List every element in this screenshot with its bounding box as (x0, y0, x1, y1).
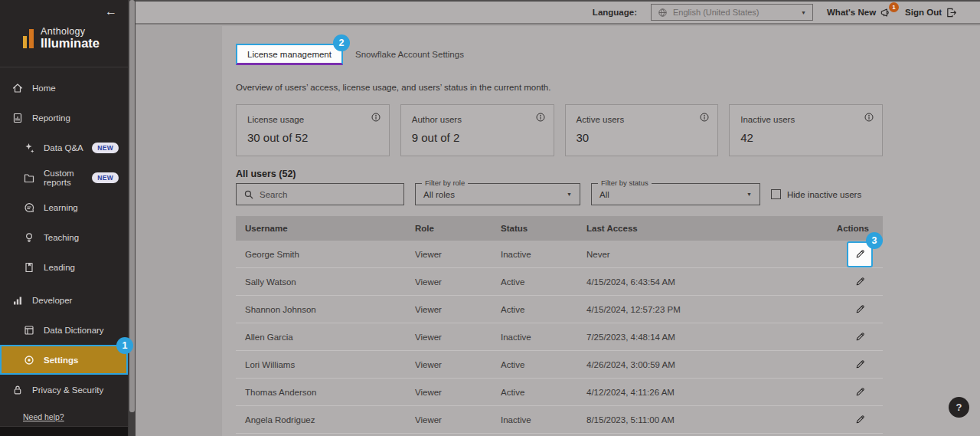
filter-by-role-select[interactable]: Filter by role All roles ▼ (415, 183, 580, 205)
whats-new-label: What's New (827, 8, 876, 17)
need-help-link[interactable]: Need help? (23, 412, 64, 421)
leading-icon (23, 261, 35, 274)
tab-license-management[interactable]: License management 2 (236, 44, 343, 65)
sidebar-item-teaching[interactable]: Teaching (0, 222, 128, 252)
logo-text-anthology: Anthology (41, 26, 100, 37)
cell-last-access: 7/25/2023, 4:48:14 AM (577, 333, 821, 342)
sidebar-item-privacy-security[interactable]: Privacy & Security (0, 375, 128, 405)
filter-by-status-value: All (599, 190, 746, 199)
edit-user-button[interactable] (854, 276, 866, 287)
whats-new-button[interactable]: What's New 1 (827, 7, 891, 18)
stat-cards: License usage 30 out of 52 Author users … (236, 104, 883, 156)
sign-out-icon (946, 7, 957, 18)
page-description: Overview of users’ access, license usage… (236, 82, 883, 93)
tab-snowflake-account-settings[interactable]: Snowflake Account Settings (355, 44, 464, 59)
sidebar-scrollbar[interactable] (129, 0, 136, 436)
sidebar-item-label: Custom reports (44, 169, 83, 187)
cell-username: Angela Rodriguez (236, 415, 406, 425)
filters-row: Filter by role All roles ▼ Filter by sta… (236, 183, 883, 205)
language-value: English (United States) (673, 8, 795, 17)
sidebar-item-label: Reporting (32, 113, 70, 123)
search-box (236, 183, 404, 205)
tab-bar: License management 2 Snowflake Account S… (236, 44, 883, 65)
edit-user-button[interactable] (854, 414, 866, 425)
megaphone-icon: 1 (880, 7, 891, 18)
stat-card-license-usage: License usage 30 out of 52 (236, 104, 390, 156)
help-button[interactable]: ? (949, 397, 969, 418)
info-icon[interactable] (371, 112, 381, 123)
sidebar-item-label: Home (32, 84, 56, 93)
cell-username: Thomas Anderson (236, 388, 406, 397)
search-icon (243, 189, 254, 200)
learning-icon (23, 202, 35, 214)
cell-last-access: 4/15/2024, 12:57:23 PM (577, 305, 821, 314)
sidebar-item-label: Leading (44, 263, 75, 272)
tab-label: License management (247, 50, 332, 59)
topbar: Language: English (United States) ▼ What… (136, 0, 980, 25)
sidebar-item-data-dictionary[interactable]: Data Dictionary (0, 315, 128, 345)
edit-user-button[interactable] (854, 331, 866, 343)
whats-new-count-badge: 1 (889, 2, 899, 12)
data-qa-icon (23, 142, 35, 154)
table-row: George Smith Viewer Inactive Never 3 (236, 241, 883, 268)
sidebar-item-learning[interactable]: Learning (0, 192, 128, 222)
tutorial-callout-2: 2 (333, 34, 350, 51)
sidebar-item-custom-reports[interactable]: Custom reports NEW (0, 162, 128, 192)
language-select[interactable]: English (United States) ▼ (651, 4, 813, 21)
filter-by-status-select[interactable]: Filter by status All ▼ (591, 183, 760, 205)
sidebar-item-settings[interactable]: Settings 1 (0, 345, 128, 375)
sidebar: ← Anthology Illuminate Home Reporting Da… (0, 0, 129, 436)
stat-value: 30 out of 52 (247, 131, 378, 144)
filter-by-status-label: Filter by status (598, 179, 652, 187)
stat-label: Active users (577, 115, 707, 124)
hide-inactive-users-checkbox[interactable]: Hide inactive users (771, 189, 861, 199)
edit-user-button[interactable] (854, 303, 866, 315)
sign-out-button[interactable]: Sign Out (905, 7, 957, 18)
developer-icon (11, 294, 24, 307)
cell-username: Sally Watson (236, 277, 406, 287)
stat-card-active-users: Active users 30 (565, 104, 719, 156)
edit-user-button[interactable] (854, 386, 866, 398)
stat-label: Author users (412, 115, 543, 124)
sidebar-item-leading[interactable]: Leading (0, 252, 128, 282)
sign-out-label: Sign Out (905, 8, 942, 17)
users-table-header: Username Role Status Last Access Actions (236, 216, 883, 241)
stat-card-inactive-users: Inactive users 42 (729, 104, 883, 156)
info-icon[interactable] (535, 112, 546, 123)
table-row: Lori Williams Viewer Active 4/26/2024, 3… (236, 351, 883, 379)
cell-status: Inactive (492, 415, 577, 425)
info-icon[interactable] (864, 112, 874, 123)
cell-status: Inactive (492, 250, 577, 259)
cell-last-access: 8/15/2023, 5:11:00 AM (577, 415, 821, 425)
collapse-sidebar-icon[interactable]: ← (105, 5, 117, 18)
info-icon[interactable] (699, 112, 710, 123)
sidebar-item-data-qa[interactable]: Data Q&A NEW (0, 133, 128, 162)
main-area: Language: English (United States) ▼ What… (136, 0, 980, 436)
sidebar-item-home[interactable]: Home (0, 73, 128, 103)
search-input[interactable] (260, 190, 397, 199)
filter-by-role-value: All roles (423, 190, 567, 199)
lock-icon (11, 384, 24, 396)
cell-username: Allen Garcia (236, 333, 406, 342)
checkbox-label: Hide inactive users (787, 190, 861, 199)
cell-username: Shannon Johnson (236, 305, 406, 314)
sidebar-item-developer[interactable]: Developer (0, 285, 128, 315)
edit-user-button[interactable]: 3 (847, 241, 873, 267)
new-badge: NEW (92, 172, 119, 183)
column-header-username: Username (236, 224, 406, 233)
column-header-role: Role (406, 224, 492, 233)
column-header-status: Status (492, 224, 577, 233)
sidebar-bottom-strip (0, 426, 128, 436)
language-label: Language: (593, 8, 637, 17)
cell-role: Viewer (406, 250, 492, 259)
table-row: Allen Garcia Viewer Inactive 7/25/2023, … (236, 323, 883, 351)
cell-status: Active (492, 388, 577, 397)
edit-user-button[interactable] (854, 359, 866, 370)
cell-role: Viewer (406, 388, 492, 397)
cell-username: Lori Williams (236, 360, 406, 369)
sidebar-item-label: Data Q&A (44, 143, 83, 152)
checkbox-box[interactable] (771, 189, 781, 199)
cell-status: Active (492, 277, 577, 287)
custom-reports-icon (23, 172, 35, 184)
sidebar-item-reporting[interactable]: Reporting (0, 103, 128, 133)
